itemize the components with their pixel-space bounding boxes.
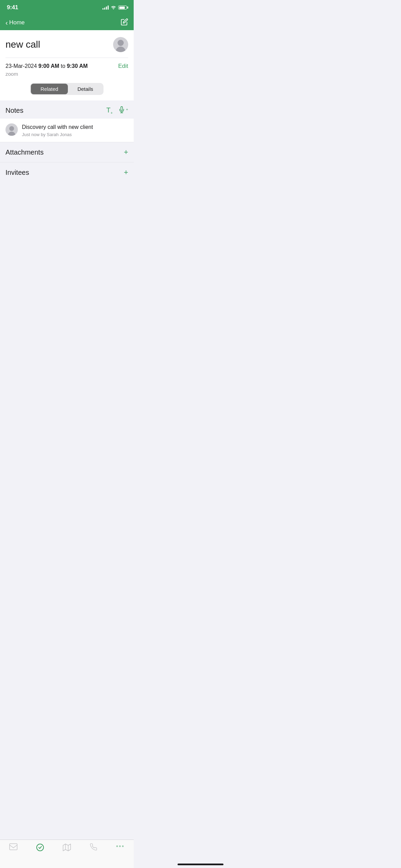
note-meta: Just now by Sarah Jonas (22, 132, 128, 137)
note-card[interactable]: Discovery call with new client Just now … (0, 119, 134, 142)
call-time-start: 9:00 AM (38, 63, 59, 69)
call-title: new call (5, 39, 40, 50)
tab-group: Related Details (30, 83, 104, 95)
notes-section-actions: T+ + (106, 106, 128, 115)
edit-button[interactable]: Edit (118, 63, 128, 70)
call-date: 23-Mar-2024 (5, 63, 37, 69)
note-author-avatar (5, 123, 18, 136)
tab-details[interactable]: Details (68, 84, 103, 94)
battery-icon (118, 5, 127, 10)
status-time: 9:41 (7, 4, 18, 11)
chevron-left-icon: ‹ (5, 19, 8, 26)
edit-icon[interactable] (121, 18, 128, 27)
signal-icon (102, 5, 109, 10)
call-time-to: to (61, 63, 65, 69)
avatar (113, 37, 128, 52)
call-meta: 23-Mar-2024 9:00 AM to 9:30 AM Edit zoom (5, 58, 128, 79)
add-invitee-icon[interactable]: + (124, 168, 128, 177)
back-button[interactable]: ‹ Home (5, 19, 25, 26)
status-bar: 9:41 (0, 0, 134, 15)
tab-related[interactable]: Related (31, 84, 68, 94)
nav-bar: ‹ Home (0, 15, 134, 30)
call-platform: zoom (5, 71, 128, 77)
call-date-text: 23-Mar-2024 9:00 AM to 9:30 AM (5, 63, 88, 69)
attachments-row: Attachments + (0, 142, 134, 162)
wifi-icon (111, 5, 116, 10)
add-attachment-icon[interactable]: + (124, 148, 128, 157)
avatar-person (113, 37, 128, 52)
content-header: new call 23-Mar-2024 9:00 AM to 9:30 AM … (0, 30, 134, 100)
notes-section-title: Notes (5, 107, 23, 114)
invitees-section: Invitees + (0, 162, 134, 182)
call-title-row: new call (5, 37, 128, 58)
note-text: Discovery call with new client (22, 123, 128, 131)
add-text-note-icon[interactable]: T+ (106, 106, 113, 115)
invitees-row: Invitees + (0, 162, 134, 182)
attachments-label: Attachments (5, 148, 44, 156)
notes-section-header: Notes T+ + (0, 100, 134, 119)
call-time-end: 9:30 AM (67, 63, 88, 69)
call-date-row: 23-Mar-2024 9:00 AM to 9:30 AM Edit (5, 63, 128, 70)
main-content: Notes T+ + (0, 100, 134, 182)
back-label: Home (9, 19, 25, 26)
invitees-label: Invitees (5, 169, 29, 177)
add-voice-note-icon[interactable]: + (118, 106, 128, 115)
note-content: Discovery call with new client Just now … (22, 123, 128, 137)
attachments-section: Attachments + (0, 142, 134, 162)
status-icons (102, 5, 127, 10)
notes-section: Notes T+ + (0, 100, 134, 142)
tab-container: Related Details (5, 79, 128, 100)
